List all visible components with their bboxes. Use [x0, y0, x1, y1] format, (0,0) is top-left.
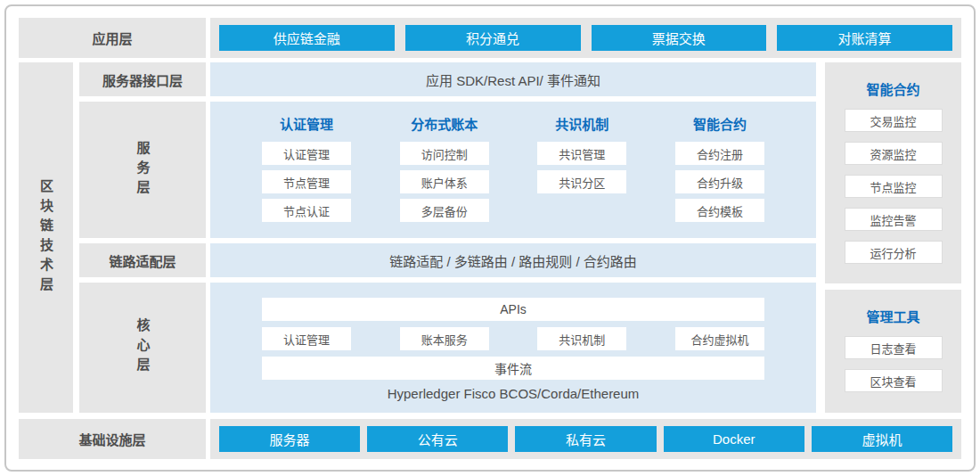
service-column-ledger-title: 分布式账本 [411, 114, 478, 132]
infra-button-private-cloud[interactable]: 私有云 [515, 426, 656, 452]
server-interface-layer-label: 服务器接口层 [79, 62, 206, 96]
app-layer-band: 供应链金融 积分通兑 票据交换 对账清算 [210, 18, 961, 58]
infra-button-docker[interactable]: Docker [664, 426, 804, 452]
infra-button-vm[interactable]: 虚拟机 [812, 426, 952, 452]
app-button-bill-exchange[interactable]: 票据交换 [592, 25, 767, 51]
panel-item-log-viewer: 日志查看 [845, 336, 943, 359]
link-adapter-band: 链路适配 / 多链路由 / 路由规则 / 合约路由 [210, 243, 816, 277]
service-item: 认证管理 [262, 142, 351, 165]
sublayer-labels-column: 服务器接口层 服务层 链路适配层 核心层 [79, 62, 206, 413]
infra-button-public-cloud[interactable]: 公有云 [367, 426, 508, 452]
smart-contract-panel-title: 智能合约 [866, 79, 919, 98]
core-layer-panel: APIs 认证管理 账本服务 共识机制 合约虚拟机 事件流 Hyperledge… [210, 283, 816, 413]
service-item: 访问控制 [400, 142, 489, 165]
service-item: 合约升级 [675, 170, 764, 193]
service-item: 合约注册 [675, 142, 764, 165]
service-item: 账户体系 [400, 170, 489, 193]
core-platforms-text: Hyperledger Fisco BCOS/Corda/Ethereum [262, 386, 764, 401]
service-column-consensus: 共识机制 共识管理 共识分区 [537, 114, 626, 227]
service-column-smart-contract-title: 智能合约 [693, 114, 747, 132]
core-modules-row: 认证管理 账本服务 共识机制 合约虚拟机 [262, 327, 764, 350]
service-column-auth-title: 认证管理 [280, 114, 333, 132]
service-item: 节点管理 [262, 170, 351, 193]
service-column-smart-contract: 智能合约 合约注册 合约升级 合约模板 [675, 114, 764, 227]
blockchain-tech-layer-label: 区块链技术层 [19, 62, 73, 413]
blockchain-tech-layer-text: 区块链技术层 [37, 179, 55, 297]
infrastructure-layer-label: 基础设施层 [19, 419, 206, 459]
service-layer-text: 服务层 [134, 141, 152, 200]
panel-item-resource-monitor: 资源监控 [845, 142, 943, 165]
service-columns: 认证管理 认证管理 节点管理 节点认证 分布式账本 访问控制 账户体系 多层备份… [262, 114, 764, 227]
app-button-supply-chain-finance[interactable]: 供应链金融 [219, 25, 395, 51]
smart-contract-panel: 智能合约 交易监控 资源监控 节点监控 监控告警 运行分析 [825, 62, 961, 283]
service-layer-label: 服务层 [79, 102, 206, 238]
service-item: 共识分区 [537, 170, 626, 193]
sdk-api-band: 应用 SDK/Rest API/ 事件通知 [210, 62, 816, 96]
apis-bar: APIs [262, 298, 764, 321]
service-layer-panel: 认证管理 认证管理 节点管理 节点认证 分布式账本 访问控制 账户体系 多层备份… [210, 102, 816, 238]
app-button-reconciliation[interactable]: 对账清算 [777, 25, 952, 51]
service-column-auth: 认证管理 认证管理 节点管理 节点认证 [262, 114, 351, 227]
right-panels-column: 智能合约 交易监控 资源监控 节点监控 监控告警 运行分析 管理工具 日志查看 … [825, 62, 961, 413]
event-stream-bar: 事件流 [262, 357, 764, 380]
core-module: 认证管理 [262, 327, 351, 350]
management-tools-panel-title: 管理工具 [866, 307, 919, 325]
service-item: 合约模板 [675, 199, 764, 222]
service-item: 共识管理 [537, 142, 626, 165]
panel-item-operation-analysis: 运行分析 [845, 241, 943, 264]
infrastructure-band: 服务器 公有云 私有云 Docker 虚拟机 [210, 419, 961, 459]
panel-item-transaction-monitor: 交易监控 [845, 109, 943, 132]
link-adapter-layer-label: 链路适配层 [79, 243, 206, 277]
panel-item-block-viewer: 区块查看 [845, 369, 943, 392]
infrastructure-layer-row: 基础设施层 服务器 公有云 私有云 Docker 虚拟机 [19, 419, 961, 459]
app-button-points-exchange[interactable]: 积分通兑 [405, 25, 581, 51]
service-item: 多层备份 [400, 199, 489, 222]
infra-button-server[interactable]: 服务器 [219, 426, 360, 452]
app-layer-label: 应用层 [19, 18, 206, 58]
service-item: 节点认证 [262, 199, 351, 222]
panel-item-monitor-alert: 监控告警 [845, 208, 943, 231]
core-layer-text: 核心层 [134, 318, 152, 377]
architecture-diagram: 应用层 供应链金融 积分通兑 票据交换 对账清算 区块链技术层 服务器接口层 服… [4, 4, 976, 472]
core-layer-label: 核心层 [79, 283, 206, 413]
blockchain-tech-region: 区块链技术层 服务器接口层 服务层 链路适配层 核心层 应用 SDK/Rest … [19, 62, 961, 413]
management-tools-panel: 管理工具 日志查看 区块查看 [825, 290, 961, 413]
service-column-consensus-title: 共识机制 [555, 114, 608, 132]
main-content-column: 应用 SDK/Rest API/ 事件通知 认证管理 认证管理 节点管理 节点认… [210, 62, 816, 413]
core-module: 共识机制 [537, 327, 626, 350]
app-layer-row: 应用层 供应链金融 积分通兑 票据交换 对账清算 [19, 18, 961, 58]
core-module: 合约虚拟机 [675, 327, 764, 350]
service-column-ledger: 分布式账本 访问控制 账户体系 多层备份 [400, 114, 489, 227]
core-module: 账本服务 [400, 327, 489, 350]
panel-item-node-monitor: 节点监控 [845, 175, 943, 198]
